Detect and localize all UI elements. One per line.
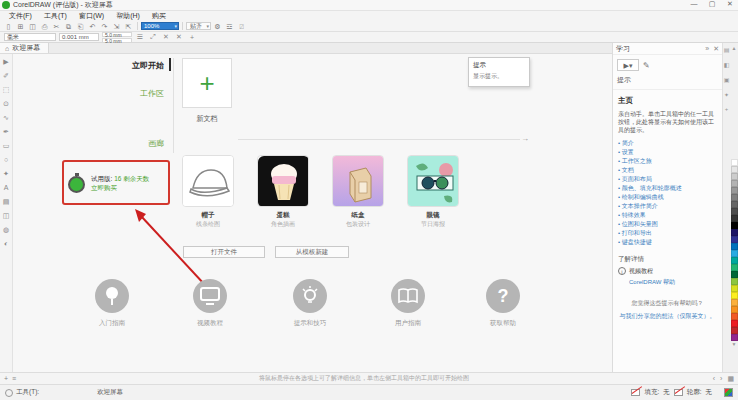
- page-list-button[interactable]: ≡: [12, 375, 16, 382]
- undo-icon[interactable]: ↶: [87, 22, 98, 31]
- menu-file[interactable]: 文件(F): [4, 11, 37, 21]
- nav-item-workspace[interactable]: 工作区: [95, 88, 171, 99]
- open-file-button[interactable]: 打开文件: [183, 246, 265, 258]
- print-icon[interactable]: ⎙: [39, 22, 50, 31]
- hint-topic-link[interactable]: • 简介: [618, 139, 717, 148]
- crop-tool[interactable]: ⬚: [3, 86, 10, 94]
- nav-item-get-started[interactable]: 立即开始: [95, 60, 171, 71]
- add-page-button[interactable]: +: [4, 375, 8, 382]
- outline-swatch-none[interactable]: [674, 389, 683, 396]
- paste-icon[interactable]: ⎗: [75, 22, 86, 31]
- welcome-screen-tab[interactable]: ⌂ 欢迎屏幕: [0, 43, 49, 53]
- parallel-dimension-tool[interactable]: ◫: [3, 212, 10, 220]
- feedback-link[interactable]: 与我们分享您的想法（仅限英文）。: [618, 312, 717, 321]
- redo-icon[interactable]: ↷: [99, 22, 110, 31]
- hint-topic-link[interactable]: • 特殊效果: [618, 211, 717, 220]
- palette-color-swatch[interactable]: [731, 306, 738, 313]
- new-document-icon[interactable]: ▯: [3, 22, 14, 31]
- palette-color-swatch[interactable]: [731, 257, 738, 264]
- palette-color-swatch[interactable]: [731, 334, 738, 341]
- coreldraw-help-link[interactable]: CorelDRAW 帮助: [629, 278, 717, 287]
- rectangle-tool[interactable]: ▭: [3, 142, 10, 150]
- trial-days-link[interactable]: 16 剩余天数: [114, 175, 149, 182]
- maximize-button[interactable]: ▢: [706, 0, 718, 8]
- table-tool[interactable]: ▤: [3, 198, 10, 206]
- next-page-button[interactable]: ›: [720, 375, 722, 382]
- palette-color-swatch[interactable]: [731, 278, 738, 285]
- fill-swatch-none[interactable]: [631, 389, 640, 396]
- palette-color-swatch[interactable]: [731, 243, 738, 250]
- template-card-cupcake[interactable]: [257, 155, 309, 207]
- palette-color-swatch[interactable]: [731, 327, 738, 334]
- export-icon[interactable]: ⇱: [123, 22, 134, 31]
- hint-topic-link[interactable]: • 打印和导出: [618, 229, 717, 238]
- fill-tool[interactable]: ◍: [3, 226, 9, 234]
- copy-icon[interactable]: ⧉: [63, 22, 74, 31]
- import-icon[interactable]: ⇲: [111, 22, 122, 31]
- freehand-tool[interactable]: ∿: [3, 114, 9, 122]
- menu-buy[interactable]: 购买: [147, 11, 171, 21]
- units-combo[interactable]: 毫米: [4, 33, 56, 41]
- ellipse-tool[interactable]: ○: [4, 156, 8, 164]
- zoom-level-combo[interactable]: 100%: [141, 22, 179, 30]
- close-button[interactable]: ✕: [724, 0, 736, 8]
- palette-color-swatch[interactable]: [731, 285, 738, 292]
- prev-page-button[interactable]: ‹: [713, 375, 715, 382]
- template-card-glasses[interactable]: [407, 155, 459, 207]
- palette-color-swatch[interactable]: [731, 299, 738, 306]
- properties-docker-tab[interactable]: ◧: [724, 61, 730, 68]
- duplicate-y-field[interactable]: 5.0 mm: [102, 38, 132, 43]
- template-card-carton[interactable]: [332, 155, 384, 207]
- resource-tips-tricks[interactable]: 提示和技巧: [275, 279, 345, 328]
- new-document-card[interactable]: +: [182, 58, 232, 108]
- pick-tool[interactable]: ▶: [3, 58, 8, 66]
- open-icon[interactable]: ⊞: [15, 22, 26, 31]
- resource-video-tutorials[interactable]: 视频教程: [175, 279, 245, 328]
- minimize-button[interactable]: —: [688, 0, 700, 8]
- palette-color-swatch[interactable]: [731, 229, 738, 236]
- palette-color-swatch[interactable]: [731, 208, 738, 215]
- palette-color-swatch[interactable]: [731, 201, 738, 208]
- palette-scroll-down-icon[interactable]: ▼: [732, 341, 737, 347]
- palette-color-swatch[interactable]: [731, 166, 738, 173]
- menu-window[interactable]: 窗口(W): [74, 11, 109, 21]
- buy-now-link[interactable]: 立即购买: [91, 184, 117, 191]
- palette-color-swatch[interactable]: [731, 194, 738, 201]
- current-tool-box[interactable]: ▶▾: [617, 59, 639, 71]
- menu-help[interactable]: 帮助(H): [111, 11, 145, 21]
- snap-to-combo[interactable]: 贴齐: [186, 22, 211, 30]
- hint-topic-link[interactable]: • 设置: [618, 148, 717, 157]
- add-docker-tab[interactable]: +: [725, 106, 729, 112]
- palette-color-swatch[interactable]: [731, 236, 738, 243]
- document-navigator-icon[interactable]: ▦: [727, 375, 734, 383]
- nav-item-gallery[interactable]: 画廊: [95, 138, 171, 149]
- palette-color-swatch[interactable]: [731, 222, 738, 229]
- palette-color-swatch[interactable]: [731, 271, 738, 278]
- objects-docker-tab[interactable]: ▣: [724, 76, 730, 83]
- hints-docker-tab[interactable]: ▤: [724, 46, 730, 53]
- options-gear-icon[interactable]: ⚙: [212, 22, 223, 31]
- mirror-horizontal-button[interactable]: ✕: [161, 33, 171, 41]
- hint-topic-link[interactable]: • 页面和布局: [618, 175, 717, 184]
- palette-color-swatch[interactable]: [731, 187, 738, 194]
- treat-as-filled-button[interactable]: ☰: [135, 33, 145, 41]
- hint-topic-link[interactable]: • 位图和矢量图: [618, 220, 717, 229]
- artistic-media-tool[interactable]: ✒: [3, 128, 9, 136]
- resource-getting-started[interactable]: 入门指南: [77, 279, 147, 328]
- hint-topic-link[interactable]: • 文档: [618, 166, 717, 175]
- text-tool[interactable]: A: [4, 184, 9, 192]
- palette-color-swatch[interactable]: [731, 264, 738, 271]
- launch-icon[interactable]: ⍁: [236, 22, 247, 31]
- mirror-vertical-button[interactable]: ✕: [174, 33, 184, 41]
- palette-scroll-up-icon[interactable]: ▲: [732, 45, 737, 51]
- docker-collapse-button[interactable]: »: [705, 45, 709, 52]
- palette-color-swatch[interactable]: [731, 173, 738, 180]
- palette-color-swatch[interactable]: [731, 159, 738, 166]
- docker-close-button[interactable]: ✕: [713, 45, 719, 53]
- resource-user-guide[interactable]: 用户指南: [373, 279, 443, 328]
- palette-color-swatch[interactable]: [731, 180, 738, 187]
- cut-icon[interactable]: ✂: [51, 22, 62, 31]
- template-card-cap[interactable]: [182, 155, 234, 207]
- palette-color-swatch[interactable]: [731, 320, 738, 327]
- menu-tools[interactable]: 工具(T): [39, 11, 72, 21]
